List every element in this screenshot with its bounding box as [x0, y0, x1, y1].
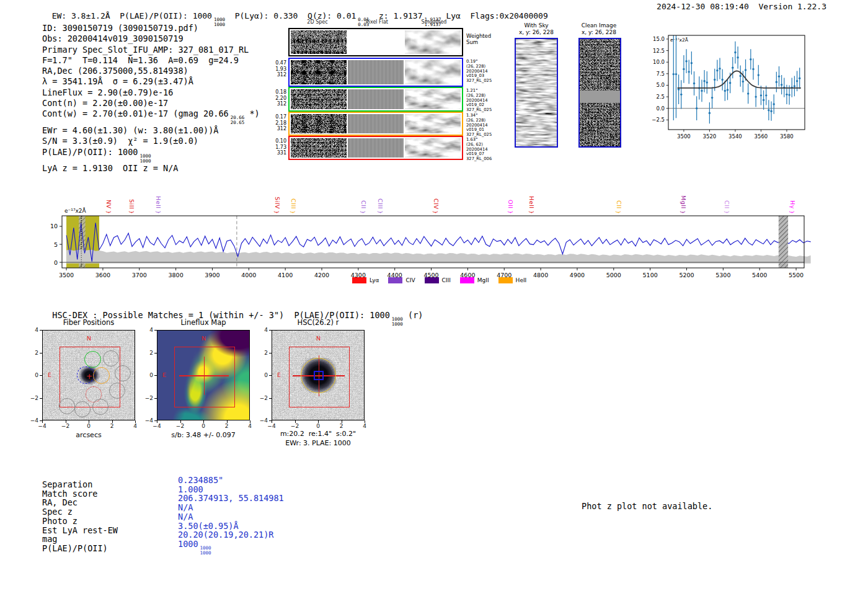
panel-xtick: 2 [221, 423, 232, 429]
hsc-east-label: E [277, 371, 281, 378]
legend-swatch [460, 277, 474, 283]
spec2d-row [288, 112, 463, 136]
panel-ytick: 2 [143, 350, 153, 356]
match-row-value: 3.50(±0.95)Å [178, 522, 239, 531]
match-row-label: Photo z [42, 517, 78, 526]
svg-text:5000: 5000 [606, 272, 621, 278]
svg-text:4100: 4100 [278, 272, 293, 278]
fiber-xlabel: arcsecs [76, 431, 101, 439]
spectrum-legend: LyαCIVCIIIMgIIHeII [352, 277, 526, 283]
svg-text:15.0: 15.0 [653, 36, 665, 42]
timestamp-version: 2024-12-30 08:19:40 Version 1.22.3 [657, 2, 826, 11]
panel-xtick-mark [272, 420, 272, 423]
spec2d-row-stats: 0.471.93312 [270, 60, 286, 78]
svg-text:10: 10 [50, 223, 58, 229]
match-row-label: Est LyA rest-EW [42, 526, 118, 535]
panel-xtick: 0 [198, 423, 209, 429]
svg-text:12.5: 12.5 [653, 48, 665, 54]
match-row-value: 20.20(20.19,20.21)R [178, 530, 273, 540]
legend-swatch [352, 277, 366, 283]
stacked-fraction: 20.6620.65 [231, 115, 245, 125]
panel-xtick: 2 [336, 423, 347, 429]
legend-item-lyα: Lyα [352, 277, 379, 283]
svg-text:4200: 4200 [314, 272, 329, 278]
emission-label-heii: HeII{ [154, 184, 162, 215]
match-row-label: mag [42, 535, 57, 544]
legend-item-civ: CIV [388, 277, 415, 283]
info-line: F=1.7" T=0.114 N̄=1.36 A=0.69 g=24.9 [42, 55, 260, 66]
photz-note: Phot z plot not available. [582, 501, 712, 511]
svg-text:0: 0 [54, 259, 58, 266]
detection-info-block: ID: 3090150719 (3090150719.pdf)Obs: 2020… [42, 23, 260, 174]
panel-xtick-mark [318, 420, 319, 423]
emission-label-mgii: MgII{ [679, 184, 688, 215]
legend-item-ciii: CIII [425, 277, 451, 283]
clean-image [578, 38, 621, 148]
panel-ytick-mark [40, 330, 42, 331]
match-row-value: 1.000 [178, 485, 203, 494]
panel-xtick: −4 [37, 423, 48, 429]
info-line: Cont(w) = 2.70(±0.01)e-17 (gmag 20.6620.… [42, 109, 260, 125]
spec2d-row-stats: 0.172.18312 [270, 114, 286, 132]
panel-ytick-mark [154, 330, 157, 331]
spec2d-col-header: Smoothed [422, 19, 447, 25]
panel-ytick: −2 [143, 395, 153, 401]
emission-label-oii: OII{ [506, 184, 515, 215]
panel-ytick-mark [154, 398, 157, 399]
spec2d-row-stats: 0.182.20312 [270, 89, 286, 107]
svg-text:3540: 3540 [728, 133, 742, 140]
spec2d-row-stats: 0.101.73331 [270, 138, 286, 156]
match-row-value: 206.374913, 55.814981 [178, 494, 284, 503]
spec2d-row [288, 87, 463, 112]
panel-xtick: −2 [175, 423, 186, 429]
panel-ytick: 2 [29, 350, 38, 356]
spec2d-row-annotation: 1.34"(26, 228)20200414v019_01327_RL_025 [466, 113, 498, 138]
panel-xtick-mark [227, 420, 228, 423]
svg-text:3500: 3500 [59, 272, 74, 278]
svg-text:3700: 3700 [132, 272, 147, 278]
emission-label-siiv: SiIV{ [273, 184, 281, 215]
spec2d-row [288, 28, 463, 56]
fiber-positions-plot: N E + [42, 330, 135, 420]
panel-xtick: −2 [60, 423, 71, 429]
info-line: Primary Spec_Slot_IFU_AMP: 327_081_017_R… [42, 45, 260, 55]
match-row-label: Match score [42, 489, 97, 499]
emission-label-siii: SiII{ [128, 184, 136, 215]
panel-ytick: 4 [143, 327, 153, 333]
spec2d-row [288, 136, 463, 160]
header-ew: EW: 3.8±1.2Å P(LAE)/P(OII): 1000 [52, 11, 212, 20]
panel-ytick-mark [40, 353, 42, 353]
fiber-positions-title: Fiber Positions [63, 318, 115, 327]
full-spectrum-chart: 0510350036003700380039004000410042004300… [50, 213, 812, 280]
panel-xtick: −4 [151, 423, 162, 429]
svg-text:5200: 5200 [679, 272, 694, 278]
panel-ytick: 0 [258, 372, 268, 378]
panel-xtick: −4 [266, 423, 277, 429]
panel-xtick-mark [203, 420, 204, 423]
svg-text:4000: 4000 [241, 272, 256, 278]
emission-label-nv: NV{ [104, 184, 113, 215]
fiber-circle-gray [103, 350, 119, 367]
clean-image-title: Clean Imagex, y: 26, 228 [582, 22, 617, 36]
spec2d-row-annotation: WeightedSum [466, 33, 498, 45]
hsc-plae-fraction: 10001000 [392, 317, 403, 327]
spec2d-row [288, 58, 463, 87]
svg-text:5500: 5500 [789, 272, 804, 278]
info-line: Obs: 20200414v019_3090150719 [42, 33, 260, 44]
svg-text:3560: 3560 [755, 133, 768, 140]
svg-text:7.5: 7.5 [656, 71, 665, 77]
panel-xtick: 0 [83, 423, 94, 429]
elixer-report: { "header": { "left": [ {"t":"EW: 3.8±1.… [0, 0, 868, 591]
panel-ytick-mark [269, 353, 272, 353]
svg-text:3600: 3600 [95, 272, 110, 278]
panel-xtick-mark [42, 420, 43, 423]
panel-ytick: 4 [29, 327, 38, 333]
fiber-circle-gray [92, 399, 108, 415]
info-line: LyA z = 1.9130 OII z = N/A [42, 163, 260, 174]
svg-text:5400: 5400 [752, 272, 767, 278]
panel-xtick-mark [89, 420, 89, 423]
panel-ytick-mark [154, 353, 157, 353]
panel-ytick: 4 [258, 327, 268, 333]
svg-text:3520: 3520 [703, 133, 717, 140]
panel-ytick: 0 [143, 372, 153, 378]
